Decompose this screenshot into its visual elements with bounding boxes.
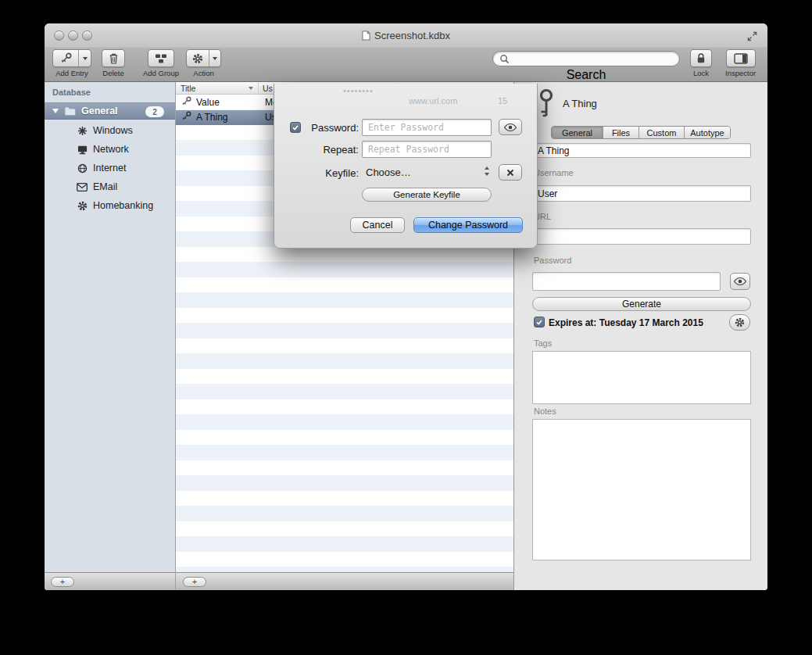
tab-custom[interactable]: Custom (639, 127, 685, 138)
gear-icon (187, 50, 209, 66)
reveal-password-button[interactable] (499, 119, 522, 135)
notes-label: Notes (534, 406, 556, 416)
lock-icon (696, 52, 706, 64)
sidebar-item-email[interactable]: EMail (45, 177, 175, 196)
inspector-panel-icon (734, 53, 748, 64)
reveal-password-button[interactable] (730, 273, 750, 290)
ghost-url-text: www.url.com (409, 96, 457, 106)
add-entry-dropdown[interactable] (79, 50, 91, 66)
toolbar-item-delete: Delete (102, 49, 125, 77)
toolbar-item-add-entry: Add Entry (52, 49, 91, 77)
password-label: Password: (290, 122, 359, 134)
envelope-icon (76, 183, 88, 191)
folder-icon (64, 106, 77, 116)
keyfile-label: Keyfile: (290, 167, 359, 179)
chevron-down-icon (213, 57, 217, 60)
sidebar-item-label: Windows (93, 125, 133, 136)
column-header-username[interactable]: Us (263, 84, 273, 93)
entry-title-cell: Value (196, 97, 252, 108)
inspector-tabs: General Files Custom Autotype (551, 126, 731, 139)
sidebar-item-label: Internet (93, 163, 126, 174)
toolbar: Add Entry Delete Add Group (45, 47, 767, 82)
repeat-label: Repeat: (290, 144, 359, 156)
column-divider[interactable] (258, 83, 259, 93)
notes-input[interactable] (532, 419, 751, 560)
repeat-password-input[interactable] (362, 141, 492, 158)
generate-password-button[interactable]: Generate (532, 297, 751, 311)
disclosure-triangle-icon[interactable] (52, 109, 59, 113)
inspector-panel: A Thing General Files Custom Autotype Us… (514, 82, 767, 590)
username-field[interactable] (532, 185, 751, 202)
tab-general[interactable]: General (552, 127, 603, 138)
add-group-label: Add Group (143, 69, 179, 77)
cancel-button[interactable]: Cancel (350, 217, 405, 233)
gear-icon (735, 317, 745, 328)
eye-icon (733, 277, 747, 286)
fullscreen-button[interactable] (746, 30, 758, 41)
search-input[interactable] (513, 53, 673, 64)
ghost-password-text: •••••••• (343, 86, 374, 95)
search-icon (499, 54, 510, 64)
tab-files[interactable]: Files (603, 127, 639, 138)
username-label: Username (534, 168, 574, 177)
add-entry-label: Add Entry (55, 69, 88, 77)
inspector-button[interactable] (726, 49, 756, 67)
screen-background: Screenshot.kdbx Add Entry (0, 0, 812, 655)
tab-autotype[interactable]: Autotype (685, 127, 730, 138)
close-icon (506, 169, 514, 177)
search-field[interactable] (492, 51, 680, 66)
sidebar-group-general[interactable]: General 2 (45, 102, 175, 120)
sidebar-item-windows[interactable]: Windows (45, 121, 175, 140)
group-badge: 2 (145, 106, 164, 117)
add-entry-button[interactable] (52, 49, 91, 67)
inspector-entry-title: A Thing (563, 98, 597, 109)
entry-key-icon (536, 88, 556, 121)
expires-checkbox[interactable] (534, 317, 545, 328)
column-header-title[interactable]: Title (181, 84, 195, 93)
sidebar-bottom-bar: + (45, 572, 175, 590)
sidebar-item-label: Network (93, 144, 129, 155)
action-button[interactable] (186, 49, 221, 67)
toolbar-item-action: Action (186, 49, 221, 77)
trash-icon (109, 52, 119, 64)
add-entry-plus-button[interactable]: + (183, 577, 206, 587)
key-icon (181, 96, 191, 109)
keyfile-popup[interactable]: Choose… (366, 166, 411, 178)
add-group-plus-button[interactable]: + (51, 577, 74, 587)
starburst-icon (76, 126, 88, 136)
action-dropdown[interactable] (209, 50, 220, 66)
inspector-label: Inspector (725, 69, 756, 77)
globe-icon (76, 163, 88, 174)
title-bar[interactable]: Screenshot.kdbx (45, 23, 767, 47)
sidebar-item-network[interactable]: Network (45, 140, 175, 159)
tags-input[interactable] (532, 351, 751, 404)
entry-title-cell: A Thing (196, 112, 252, 123)
lock-label: Lock (693, 69, 709, 77)
generate-keyfile-button[interactable]: Generate Keyfile (362, 188, 492, 202)
clear-keyfile-button[interactable] (499, 164, 522, 181)
popup-stepper-icon[interactable] (484, 166, 490, 180)
toolbar-item-lock: Lock (690, 49, 712, 77)
eye-icon (503, 123, 517, 132)
window-title-text: Screenshot.kdbx (374, 30, 450, 41)
sort-indicator-icon (249, 87, 253, 90)
tags-label: Tags (534, 338, 552, 348)
key-icon (53, 50, 79, 66)
entry-title-field[interactable] (532, 143, 751, 158)
password-input[interactable] (362, 119, 492, 136)
sidebar-item-internet[interactable]: Internet (45, 159, 175, 177)
ghost-modified-text: 15 (498, 96, 507, 106)
action-label: Action (193, 69, 213, 77)
toolbar-item-inspector: Inspector (725, 49, 756, 77)
lock-button[interactable] (690, 49, 712, 67)
window-chrome: Screenshot.kdbx Add Entry (45, 23, 767, 82)
change-password-button[interactable]: Change Password (413, 217, 523, 233)
password-change-dialog: •••••••• www.url.com 15 Password: Repeat… (274, 84, 538, 249)
delete-button[interactable] (102, 49, 125, 67)
sidebar-header: Database (52, 88, 91, 97)
add-group-button[interactable] (148, 49, 174, 67)
expiry-settings-button[interactable] (729, 314, 750, 331)
sidebar-item-homebanking[interactable]: Homebanking (45, 196, 175, 215)
url-field[interactable] (532, 228, 751, 245)
password-field[interactable] (532, 272, 721, 291)
